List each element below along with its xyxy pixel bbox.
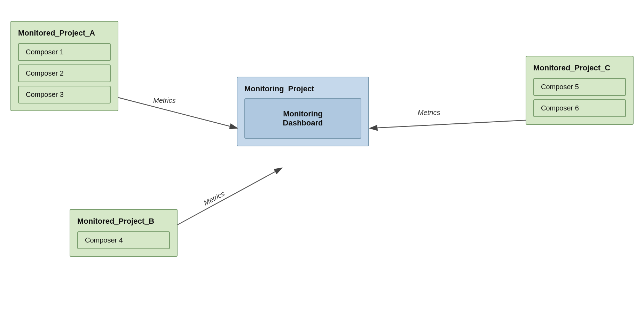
composer-3-box: Composer 3 bbox=[18, 86, 111, 103]
monitoring-project-box: Monitoring_Project MonitoringDashboard bbox=[237, 77, 369, 146]
diagram-container: Monitored_Project_A Composer 1 Composer … bbox=[0, 0, 644, 315]
monitoring-dashboard-box: MonitoringDashboard bbox=[244, 98, 361, 139]
metrics-label-b: Metrics bbox=[203, 190, 226, 207]
composer-4-box: Composer 4 bbox=[77, 231, 170, 249]
composer-5-box: Composer 5 bbox=[533, 78, 626, 96]
metrics-label-c: Metrics bbox=[418, 109, 440, 116]
project-c-title: Monitored_Project_C bbox=[533, 63, 626, 72]
project-b-box: Monitored_Project_B Composer 4 bbox=[70, 209, 178, 257]
project-b-title: Monitored_Project_B bbox=[77, 217, 170, 226]
monitoring-project-title: Monitoring_Project bbox=[244, 84, 361, 93]
arrow-c-to-dashboard bbox=[370, 120, 526, 128]
arrow-b-to-dashboard bbox=[178, 168, 282, 225]
project-c-box: Monitored_Project_C Composer 5 Composer … bbox=[526, 56, 634, 125]
arrow-a-to-dashboard bbox=[118, 98, 237, 128]
composer-6-box: Composer 6 bbox=[533, 99, 626, 117]
project-a-title: Monitored_Project_A bbox=[18, 29, 111, 38]
metrics-label-a: Metrics bbox=[153, 97, 175, 104]
composer-2-box: Composer 2 bbox=[18, 64, 111, 82]
project-a-box: Monitored_Project_A Composer 1 Composer … bbox=[10, 21, 118, 111]
composer-1-box: Composer 1 bbox=[18, 43, 111, 61]
